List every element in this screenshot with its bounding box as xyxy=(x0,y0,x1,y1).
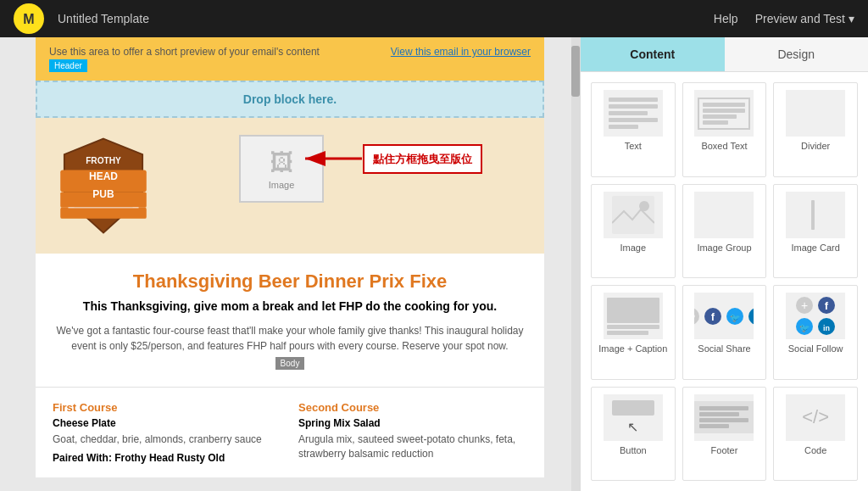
preheader-bar: Use this area to offer a short preview o… xyxy=(36,37,544,81)
block-image-label: Image xyxy=(620,243,647,253)
block-divider-label: Divider xyxy=(801,141,830,151)
share-icon xyxy=(694,307,700,326)
second-course-title: Second Course xyxy=(298,401,527,414)
second-course-desc: Arugula mix, sauteed sweet-potato chunks… xyxy=(298,432,527,461)
block-social-follow-preview: + f 🐦 xyxy=(786,293,845,339)
block-social-share-preview: f 🐦 in xyxy=(694,293,754,339)
top-nav: M Untitled Template Help Preview and Tes… xyxy=(0,0,868,37)
svg-point-13 xyxy=(639,201,649,211)
block-text-label: Text xyxy=(625,141,642,151)
block-text-preview xyxy=(604,90,663,137)
main-layout: Use this area to offer a short preview o… xyxy=(0,37,868,491)
svg-text:🐦: 🐦 xyxy=(799,322,810,333)
block-code[interactable]: </> Code xyxy=(773,387,858,482)
block-image-card-preview xyxy=(786,192,845,238)
image-placeholder-icon: 🖼 xyxy=(270,148,293,176)
tab-content[interactable]: Content xyxy=(581,37,725,71)
scrollbar-thumb[interactable] xyxy=(571,46,580,97)
mailchimp-logo: M xyxy=(14,3,44,34)
svg-point-14 xyxy=(694,308,699,325)
svg-text:in: in xyxy=(823,324,830,332)
svg-rect-12 xyxy=(612,196,654,234)
facebook-follow-icon: f xyxy=(817,296,836,315)
right-panel: Content Design Text xyxy=(580,37,868,491)
svg-rect-5 xyxy=(60,208,147,219)
block-image-caption-preview xyxy=(604,293,663,339)
block-image-group-preview xyxy=(694,192,754,238)
image-preview-icon xyxy=(612,196,654,234)
block-divider-preview xyxy=(786,90,845,137)
header-label[interactable]: Header xyxy=(49,59,87,72)
twitter-icon-share: 🐦 xyxy=(726,307,744,326)
cursor-icon: ↖ xyxy=(627,419,638,435)
email-preview[interactable]: Use this area to offer a short preview o… xyxy=(0,37,580,491)
block-image-caption[interactable]: Image + Caption xyxy=(591,285,676,380)
twitter-follow-icon: 🐦 xyxy=(795,317,814,336)
svg-text:🐦: 🐦 xyxy=(730,312,741,323)
body-subtitle: This Thanksgiving, give mom a break and … xyxy=(53,299,527,313)
block-image-group-label: Image Group xyxy=(697,243,751,253)
first-course-title: First Course xyxy=(53,401,281,414)
view-email-link[interactable]: View this email in your browser xyxy=(391,46,531,58)
first-course-paired-label: Paired With: Frothy Head Rusty Old xyxy=(53,452,281,464)
blocks-grid: Text Boxed Text Div xyxy=(581,72,868,491)
drop-block-area[interactable]: Drop block here. xyxy=(36,81,544,118)
linkedin-follow-icon: in xyxy=(817,317,836,336)
block-divider[interactable]: Divider xyxy=(773,82,858,177)
first-course: First Course Cheese Plate Goat, cheddar,… xyxy=(53,401,281,464)
first-course-paired-beer: Frothy Head Rusty Old xyxy=(114,452,225,464)
first-course-desc: Goat, cheddar, brie, almonds, cranberry … xyxy=(53,432,281,447)
block-social-share[interactable]: f 🐦 in Social Share xyxy=(682,285,767,380)
block-boxed-text-label: Boxed Text xyxy=(701,141,747,151)
block-button-preview: ↖ xyxy=(604,394,663,441)
chevron-down-icon: ▾ xyxy=(849,12,854,25)
block-social-follow[interactable]: + f 🐦 xyxy=(773,285,858,380)
facebook-icon: f xyxy=(704,307,722,326)
block-image-card[interactable]: Image Card xyxy=(773,184,858,279)
body-text: We've got a fantastic four-course feast … xyxy=(53,323,527,354)
block-image-caption-label: Image + Caption xyxy=(598,343,667,354)
block-social-share-label: Social Share xyxy=(698,343,750,354)
block-button[interactable]: ↖ Button xyxy=(591,387,676,482)
hero-logo: FROTHY HEAD PUB xyxy=(53,135,154,237)
scrollbar-track[interactable] xyxy=(571,37,580,491)
code-icon: </> xyxy=(802,406,829,428)
nav-links: Help Preview and Test ▾ xyxy=(714,12,854,25)
preheader-text: Use this area to offer a short preview o… xyxy=(49,46,320,58)
block-code-label: Code xyxy=(804,445,826,455)
email-container: Use this area to offer a short preview o… xyxy=(36,37,544,477)
block-button-label: Button xyxy=(620,445,647,455)
red-arrow-annotation: 點住方框拖曳至版位 xyxy=(298,142,482,176)
svg-text:f: f xyxy=(825,299,829,312)
svg-text:FROTHY: FROTHY xyxy=(86,156,121,165)
block-boxed-text[interactable]: Boxed Text xyxy=(682,82,767,177)
block-footer[interactable]: Footer xyxy=(682,387,767,482)
block-social-follow-label: Social Follow xyxy=(788,343,843,354)
block-image-group[interactable]: Image Group xyxy=(682,184,767,279)
body-title: Thanksgiving Beer Dinner Prix Fixe xyxy=(53,271,527,293)
image-block-label: Image xyxy=(269,180,295,190)
preview-test-button[interactable]: Preview and Test ▾ xyxy=(755,12,854,25)
annotation-box: 點住方框拖曳至版位 xyxy=(363,144,482,174)
svg-text:PUB: PUB xyxy=(92,188,114,200)
block-footer-preview xyxy=(694,394,754,441)
help-link[interactable]: Help xyxy=(714,12,738,25)
red-arrow-icon xyxy=(298,142,366,176)
body-content-section: Thanksgiving Beer Dinner Prix Fixe This … xyxy=(36,254,544,387)
svg-text:M: M xyxy=(23,12,34,26)
svg-text:+: + xyxy=(801,299,808,312)
linkedin-icon-share: in xyxy=(748,307,754,326)
hero-section: FROTHY HEAD PUB 🖼 Image xyxy=(36,118,544,254)
block-code-preview: </> xyxy=(786,394,845,441)
courses-section: First Course Cheese Plate Goat, cheddar,… xyxy=(36,387,544,477)
template-title: Untitled Template xyxy=(58,12,714,25)
block-text[interactable]: Text xyxy=(591,82,676,177)
block-boxed-text-preview xyxy=(694,90,754,137)
second-course-name: Spring Mix Salad xyxy=(298,417,527,429)
block-image[interactable]: Image xyxy=(591,184,676,279)
second-course: Second Course Spring Mix Salad Arugula m… xyxy=(298,401,527,464)
annotation-text: 點住方框拖曳至版位 xyxy=(373,153,472,165)
tab-design[interactable]: Design xyxy=(725,37,869,71)
body-label: Body xyxy=(275,357,305,370)
block-footer-label: Footer xyxy=(711,445,738,455)
